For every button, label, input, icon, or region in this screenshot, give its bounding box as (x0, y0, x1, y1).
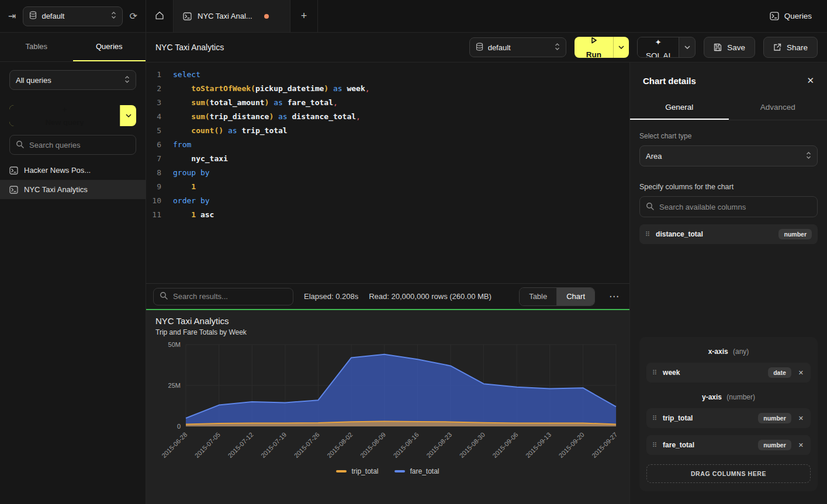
sql-ai-button-main[interactable]: ✦ SQL AI (638, 37, 679, 57)
svg-text:0: 0 (177, 423, 181, 430)
chart-legend: trip_totalfare_total (155, 467, 620, 475)
panel-content: Select chart type Area Specify columns f… (630, 120, 827, 504)
new-tab-button[interactable]: + (290, 0, 318, 32)
body: Tables Queries All queries + New query (0, 33, 827, 504)
area-chart: 025M50M2015-06-282015-07-052015-07-12201… (155, 341, 621, 465)
save-button[interactable]: Save (704, 37, 755, 58)
line-number: 2 (146, 82, 173, 96)
legend-item-fare_total[interactable]: fare_total (395, 467, 439, 475)
svg-text:2015-07-12: 2015-07-12 (226, 431, 254, 459)
code-line: 4 sum(trip_distance) as distance_total, (146, 110, 629, 124)
svg-text:2015-09-06: 2015-09-06 (491, 431, 519, 459)
save-button-label: Save (727, 43, 745, 52)
query-tab-nyc-taxi[interactable]: NYC Taxi Anal... (174, 0, 290, 32)
chart-details-panel: Chart details ✕ General Advanced Select … (630, 62, 827, 504)
x-axis-kind: (any) (733, 347, 749, 356)
home-icon (155, 11, 164, 22)
column-type-badge: number (758, 440, 791, 450)
sidebar-tab-queries[interactable]: Queries (73, 33, 146, 61)
line-number: 11 (146, 208, 173, 222)
remove-icon[interactable]: ✕ (797, 413, 805, 423)
panel-tab-general[interactable]: General (630, 95, 729, 120)
home-tab[interactable] (146, 0, 174, 32)
available-column-distance-total[interactable]: ⠿ distance_total number (639, 224, 818, 244)
header-database-selector[interactable]: default (469, 37, 566, 57)
drag-handle-icon[interactable]: ⠿ (652, 442, 657, 449)
query-icon (9, 186, 18, 194)
chart-subtitle: Trip and Fare Totals by Week (155, 328, 620, 336)
chart-type-value: Area (646, 152, 801, 161)
query-search-input[interactable] (29, 141, 130, 150)
topbar-database-selector[interactable]: default (23, 6, 122, 26)
column-type-badge: number (758, 413, 791, 423)
query-search[interactable] (9, 135, 136, 155)
legend-item-trip_total[interactable]: trip_total (336, 467, 378, 475)
y-axis-column-fare-total[interactable]: ⠿ fare_total number ✕ (646, 435, 811, 455)
svg-text:2015-08-02: 2015-08-02 (326, 431, 354, 459)
y-axis-column-trip-total[interactable]: ⠿ trip_total number ✕ (646, 408, 811, 428)
y-axis-title: y-axis (702, 393, 722, 401)
query-filter-select[interactable]: All queries (9, 70, 136, 90)
sql-ai-label: SQL AI (646, 51, 670, 58)
queries-button[interactable]: Queries (763, 0, 827, 32)
drag-handle-icon[interactable]: ⠿ (645, 231, 650, 238)
code-line: 3 sum(total_amount) as fare_total, (146, 96, 629, 110)
svg-text:2015-07-19: 2015-07-19 (259, 431, 288, 459)
query-list-item-hacker-news[interactable]: Hacker News Pos... (0, 161, 146, 180)
remove-icon[interactable]: ✕ (797, 440, 805, 450)
view-toggle-table[interactable]: Table (520, 288, 556, 305)
code-line: 6from (146, 138, 629, 152)
column-type-badge: number (778, 229, 812, 239)
column-name: fare_total (663, 441, 752, 449)
run-button[interactable]: Run (575, 37, 629, 58)
chevron-updown-icon (806, 151, 811, 161)
sql-console-app: ⇥ default ⟳ NYC (0, 0, 827, 504)
code-line: 9 1 (146, 180, 629, 194)
refresh-icon[interactable]: ⟳ (130, 12, 137, 21)
more-options-icon[interactable]: ⋯ (605, 290, 622, 303)
new-query-dropdown[interactable] (120, 105, 136, 126)
run-dropdown[interactable] (613, 37, 629, 58)
play-icon (590, 37, 597, 46)
close-icon[interactable]: ✕ (807, 75, 814, 86)
topbar-left: ⇥ default ⟳ (0, 0, 146, 32)
search-icon (16, 140, 24, 150)
columns-search[interactable] (639, 196, 818, 217)
x-axis-group: x-axis (any) ⠿ week date ✕ (646, 347, 811, 383)
columns-search-input[interactable] (659, 203, 811, 211)
sidebar: Tables Queries All queries + New query (0, 33, 146, 504)
drag-columns-drop-zone[interactable]: DRAG COLUMNS HERE (646, 464, 811, 483)
panel-tab-advanced[interactable]: Advanced (729, 95, 827, 120)
code-line: 2 toStartOfWeek(pickup_datetime) as week… (146, 82, 629, 96)
sql-editor[interactable]: 1select2 toStartOfWeek(pickup_datetime) … (146, 62, 629, 283)
drag-handle-icon[interactable]: ⠿ (652, 415, 657, 422)
sql-ai-button[interactable]: ✦ SQL AI (637, 37, 695, 58)
results-search-input[interactable] (173, 292, 287, 301)
view-toggle-chart[interactable]: Chart (556, 288, 594, 305)
x-axis-column-week[interactable]: ⠿ week date ✕ (646, 363, 811, 383)
results-search[interactable] (153, 288, 293, 305)
share-button[interactable]: Share (763, 37, 818, 58)
save-icon (714, 43, 722, 51)
svg-text:2015-08-30: 2015-08-30 (458, 431, 486, 459)
sidebar-tab-tables[interactable]: Tables (0, 33, 73, 61)
svg-text:2015-09-13: 2015-09-13 (524, 431, 552, 459)
tab-title: NYC Taxi Anal... (198, 12, 252, 20)
query-list-item-nyc-taxi[interactable]: NYC Taxi Analytics (0, 180, 146, 199)
new-query-button-main[interactable]: + New query (9, 105, 120, 126)
sidebar-collapse-icon[interactable]: ⇥ (8, 12, 16, 21)
query-icon (9, 166, 18, 175)
remove-icon[interactable]: ✕ (797, 368, 805, 378)
legend-label: fare_total (410, 467, 439, 475)
drag-handle-icon[interactable]: ⠿ (652, 369, 657, 377)
code-line: 1select (146, 68, 629, 82)
run-button-main[interactable]: Run (575, 37, 613, 58)
y-axis-group: y-axis (number) ⠿ trip_total number ✕ (646, 393, 811, 455)
svg-text:2015-09-20: 2015-09-20 (558, 431, 586, 459)
sql-ai-dropdown[interactable] (679, 37, 695, 57)
sparkle-icon: ✦ (655, 37, 661, 47)
new-query-button[interactable]: + New query (9, 105, 136, 126)
chart-type-select[interactable]: Area (639, 145, 818, 166)
svg-text:2015-09-27: 2015-09-27 (590, 431, 618, 459)
svg-text:2015-06-28: 2015-06-28 (160, 431, 188, 459)
